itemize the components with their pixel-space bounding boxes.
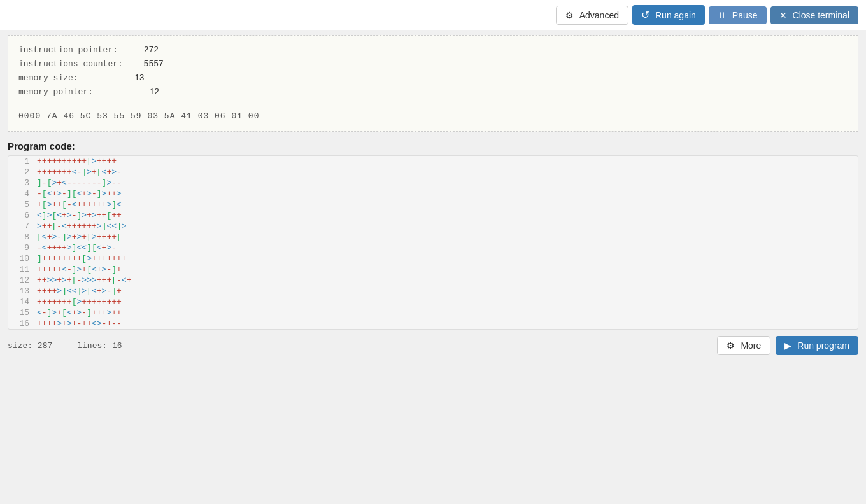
line-number: 14	[8, 297, 37, 307]
line-code: <]>[<+>-]>+>++[++	[37, 211, 122, 220]
size-value: 287	[38, 341, 52, 351]
line-code: -<++++>]<<][<+>-	[37, 243, 117, 253]
line-number: 11	[8, 265, 37, 274]
line-code: ++++>+>+-++<>-+--	[37, 319, 122, 328]
line-code: ]++++++++[>+++++++	[37, 254, 127, 263]
table-row: 2+++++++<-]>+[<+>-	[8, 167, 858, 178]
line-code: >++[-<++++++>]<<]>	[37, 221, 127, 231]
line-code: +++++<-]>+[<+>-]+	[37, 265, 122, 274]
footer-stats: size: 287 lines: 16	[8, 341, 122, 351]
footer-buttons: More Run program	[717, 336, 858, 355]
table-row: 15<-]>+[<+>-]+++>++	[8, 307, 858, 318]
table-row: 13++++>]<<]>[<+>-]+	[8, 286, 858, 297]
table-row: 4-[<+>-][<+>-]>++>	[8, 188, 858, 199]
line-number: 3	[8, 178, 37, 188]
size-label: size:	[8, 341, 32, 351]
advanced-button[interactable]: Advanced	[556, 6, 628, 25]
line-code: +[>++[-<++++++>]<	[37, 200, 122, 209]
line-number: 8	[8, 232, 37, 242]
table-row: 3]-[>+<-------]>--	[8, 178, 858, 188]
line-code: ]-[>+<-------]>--	[37, 178, 122, 188]
footer: size: 287 lines: 16 More Run program	[0, 330, 866, 361]
line-number: 9	[8, 243, 37, 253]
table-row: 16++++>+>+-++<>-+--	[8, 318, 858, 329]
line-code: -[<+>-][<+>-]>++>	[37, 189, 122, 199]
stats-panel: instruction pointer: 272 instructions co…	[8, 35, 858, 132]
close-terminal-button[interactable]: Close terminal	[770, 6, 858, 24]
memory-size-value: 13	[81, 71, 145, 85]
memory-pointer-label: memory pointer:	[18, 85, 93, 99]
table-row: 12++>>+>+[->>>+++[-<+	[8, 275, 858, 286]
run-again-button[interactable]: Run again	[632, 5, 705, 25]
line-number: 5	[8, 200, 37, 209]
table-row: 7>++[-<++++++>]<<]>	[8, 221, 858, 232]
line-code: +++++++[>++++++++	[37, 297, 122, 307]
line-code: ++++>]<<]>[<+>-]+	[37, 286, 122, 296]
line-number: 16	[8, 319, 37, 328]
line-code: ++>>+>+[->>>+++[-<+	[37, 276, 131, 285]
line-code: [<+>-]>+>+[>++++[	[37, 232, 122, 242]
gear-icon-more	[727, 340, 737, 351]
line-number: 4	[8, 189, 37, 199]
line-code: <-]>+[<+>-]+++>++	[37, 308, 122, 318]
memory-size-label: memory size:	[18, 71, 78, 85]
line-number: 6	[8, 211, 37, 220]
table-row: 1++++++++++[>++++	[8, 156, 858, 167]
line-number: 2	[8, 167, 37, 177]
memory-pointer-value: 12	[96, 85, 159, 99]
line-number: 7	[8, 221, 37, 231]
lines-value: 16	[112, 341, 122, 351]
line-code: ++++++++++[>++++	[37, 157, 117, 166]
table-row: 8[<+>-]>+>+[>++++[	[8, 232, 858, 242]
refresh-icon	[641, 9, 652, 21]
gear-icon	[565, 10, 576, 20]
toolbar: Advanced Run again Pause Close terminal	[0, 0, 866, 30]
more-button[interactable]: More	[717, 336, 770, 355]
table-row: 10]++++++++[>+++++++	[8, 253, 858, 264]
table-row: 5+[>++[-<++++++>]<	[8, 199, 858, 210]
instruction-pointer-value: 272	[120, 43, 159, 57]
table-row: 9-<++++>]<<][<+>-	[8, 242, 858, 253]
code-panel: 1++++++++++[>++++2+++++++<-]>+[<+>-3]-[>…	[8, 155, 858, 330]
run-program-button[interactable]: Run program	[776, 336, 858, 355]
line-number: 12	[8, 276, 37, 285]
lines-label: lines:	[77, 341, 107, 351]
close-icon	[779, 10, 790, 20]
pause-button[interactable]: Pause	[709, 6, 767, 24]
instructions-counter-label: instructions counter:	[18, 57, 123, 71]
table-row: 14+++++++[>++++++++	[8, 297, 858, 307]
program-code-label: Program code:	[0, 137, 866, 155]
line-code: +++++++<-]>+[<+>-	[37, 167, 122, 177]
instruction-pointer-label: instruction pointer:	[18, 43, 118, 57]
line-number: 1	[8, 157, 37, 166]
instructions-counter-value: 5557	[125, 57, 164, 71]
hex-display: 0000 7A 46 5C 53 55 59 03 5A 41 03 06 01…	[18, 109, 848, 123]
line-number: 10	[8, 254, 37, 263]
line-number: 15	[8, 308, 37, 318]
table-row: 11+++++<-]>+[<+>-]+	[8, 264, 858, 275]
table-row: 6<]>[<+>-]>+>++[++	[8, 210, 858, 221]
pause-icon	[718, 10, 729, 20]
line-number: 13	[8, 286, 37, 296]
play-icon	[784, 340, 794, 351]
